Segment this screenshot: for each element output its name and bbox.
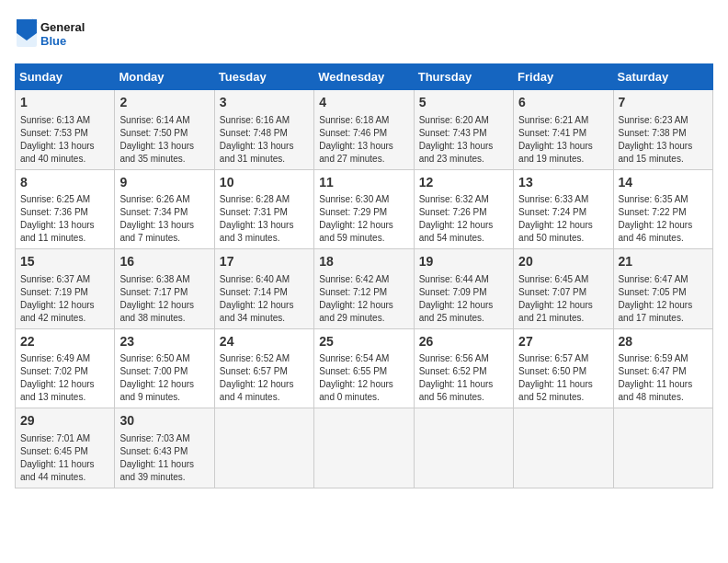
day-number: 27 xyxy=(518,333,608,351)
day-number: 10 xyxy=(220,174,309,192)
calendar-day-cell: 2Sunrise: 6:14 AM Sunset: 7:50 PM Daylig… xyxy=(115,90,214,170)
day-info: Sunrise: 6:20 AM Sunset: 7:43 PM Dayligh… xyxy=(419,114,508,166)
day-info: Sunrise: 6:52 AM Sunset: 6:57 PM Dayligh… xyxy=(220,352,309,404)
day-number: 3 xyxy=(220,94,309,112)
weekday-header-thursday: Thursday xyxy=(414,64,513,90)
calendar-day-cell: 6Sunrise: 6:21 AM Sunset: 7:41 PM Daylig… xyxy=(514,90,613,170)
calendar-day-cell xyxy=(214,408,313,488)
logo-svg: General Blue xyxy=(15,15,97,56)
day-info: Sunrise: 6:44 AM Sunset: 7:09 PM Dayligh… xyxy=(419,273,508,325)
day-number: 19 xyxy=(419,253,508,271)
day-number: 8 xyxy=(20,174,109,192)
calendar-day-cell: 1Sunrise: 6:13 AM Sunset: 7:53 PM Daylig… xyxy=(16,90,115,170)
calendar-day-cell: 10Sunrise: 6:28 AM Sunset: 7:31 PM Dayli… xyxy=(214,169,313,249)
day-info: Sunrise: 6:35 AM Sunset: 7:22 PM Dayligh… xyxy=(619,193,708,245)
calendar-day-cell: 18Sunrise: 6:42 AM Sunset: 7:12 PM Dayli… xyxy=(314,249,414,329)
weekday-header-monday: Monday xyxy=(115,64,214,90)
day-number: 14 xyxy=(619,174,708,192)
day-number: 25 xyxy=(319,333,408,351)
calendar-week-row: 22Sunrise: 6:49 AM Sunset: 7:02 PM Dayli… xyxy=(16,328,713,408)
weekday-header-tuesday: Tuesday xyxy=(214,64,313,90)
calendar-day-cell: 27Sunrise: 6:57 AM Sunset: 6:50 PM Dayli… xyxy=(514,328,613,408)
calendar-day-cell: 22Sunrise: 6:49 AM Sunset: 7:02 PM Dayli… xyxy=(16,328,115,408)
calendar-day-cell: 14Sunrise: 6:35 AM Sunset: 7:22 PM Dayli… xyxy=(613,169,712,249)
day-info: Sunrise: 6:16 AM Sunset: 7:48 PM Dayligh… xyxy=(220,114,309,166)
page-header: General Blue xyxy=(15,15,713,56)
calendar-day-cell: 30Sunrise: 7:03 AM Sunset: 6:43 PM Dayli… xyxy=(115,408,214,488)
day-number: 18 xyxy=(319,253,408,271)
day-number: 17 xyxy=(220,253,309,271)
day-number: 20 xyxy=(518,253,608,271)
calendar-day-cell: 23Sunrise: 6:50 AM Sunset: 7:00 PM Dayli… xyxy=(115,328,214,408)
calendar-day-cell xyxy=(514,408,613,488)
day-info: Sunrise: 7:03 AM Sunset: 6:43 PM Dayligh… xyxy=(119,432,209,484)
calendar-day-cell xyxy=(613,408,712,488)
day-number: 15 xyxy=(20,253,109,271)
calendar-day-cell: 9Sunrise: 6:26 AM Sunset: 7:34 PM Daylig… xyxy=(115,169,214,249)
weekday-header-friday: Friday xyxy=(514,64,613,90)
day-number: 7 xyxy=(619,94,708,112)
day-info: Sunrise: 6:40 AM Sunset: 7:14 PM Dayligh… xyxy=(220,273,309,325)
day-info: Sunrise: 6:28 AM Sunset: 7:31 PM Dayligh… xyxy=(220,193,309,245)
calendar-day-cell xyxy=(314,408,414,488)
weekday-header-sunday: Sunday xyxy=(16,64,115,90)
calendar-day-cell: 25Sunrise: 6:54 AM Sunset: 6:55 PM Dayli… xyxy=(314,328,414,408)
calendar-week-row: 15Sunrise: 6:37 AM Sunset: 7:19 PM Dayli… xyxy=(16,249,713,329)
calendar-day-cell: 5Sunrise: 6:20 AM Sunset: 7:43 PM Daylig… xyxy=(414,90,513,170)
day-number: 30 xyxy=(119,412,209,431)
calendar-day-cell: 20Sunrise: 6:45 AM Sunset: 7:07 PM Dayli… xyxy=(514,249,613,329)
day-info: Sunrise: 6:45 AM Sunset: 7:07 PM Dayligh… xyxy=(518,273,608,325)
day-info: Sunrise: 6:13 AM Sunset: 7:53 PM Dayligh… xyxy=(20,114,109,166)
day-info: Sunrise: 6:47 AM Sunset: 7:05 PM Dayligh… xyxy=(619,273,708,325)
calendar-day-cell: 16Sunrise: 6:38 AM Sunset: 7:17 PM Dayli… xyxy=(115,249,214,329)
calendar-day-cell: 8Sunrise: 6:25 AM Sunset: 7:36 PM Daylig… xyxy=(16,169,115,249)
day-info: Sunrise: 6:57 AM Sunset: 6:50 PM Dayligh… xyxy=(518,352,608,404)
day-number: 21 xyxy=(619,253,708,271)
svg-text:General: General xyxy=(40,20,85,34)
day-number: 4 xyxy=(319,94,408,112)
calendar-day-cell xyxy=(414,408,513,488)
calendar-day-cell: 19Sunrise: 6:44 AM Sunset: 7:09 PM Dayli… xyxy=(414,249,513,329)
day-info: Sunrise: 6:18 AM Sunset: 7:46 PM Dayligh… xyxy=(319,114,408,166)
day-info: Sunrise: 6:30 AM Sunset: 7:29 PM Dayligh… xyxy=(319,193,408,245)
weekday-header-row: SundayMondayTuesdayWednesdayThursdayFrid… xyxy=(16,64,713,90)
day-number: 12 xyxy=(419,174,508,192)
calendar-day-cell: 21Sunrise: 6:47 AM Sunset: 7:05 PM Dayli… xyxy=(613,249,712,329)
day-info: Sunrise: 6:59 AM Sunset: 6:47 PM Dayligh… xyxy=(619,352,708,404)
day-number: 16 xyxy=(119,253,209,271)
calendar-week-row: 29Sunrise: 7:01 AM Sunset: 6:45 PM Dayli… xyxy=(16,408,713,488)
day-number: 2 xyxy=(119,94,209,112)
day-info: Sunrise: 6:21 AM Sunset: 7:41 PM Dayligh… xyxy=(518,114,608,166)
calendar-day-cell: 13Sunrise: 6:33 AM Sunset: 7:24 PM Dayli… xyxy=(514,169,613,249)
day-number: 29 xyxy=(20,412,109,431)
calendar-day-cell: 3Sunrise: 6:16 AM Sunset: 7:48 PM Daylig… xyxy=(214,90,313,170)
day-info: Sunrise: 6:32 AM Sunset: 7:26 PM Dayligh… xyxy=(419,193,508,245)
calendar-day-cell: 4Sunrise: 6:18 AM Sunset: 7:46 PM Daylig… xyxy=(314,90,414,170)
svg-text:Blue: Blue xyxy=(40,34,66,48)
day-number: 23 xyxy=(119,333,209,351)
day-info: Sunrise: 6:14 AM Sunset: 7:50 PM Dayligh… xyxy=(119,114,209,166)
day-number: 26 xyxy=(419,333,508,351)
day-number: 1 xyxy=(20,94,109,112)
day-info: Sunrise: 7:01 AM Sunset: 6:45 PM Dayligh… xyxy=(20,432,109,484)
day-info: Sunrise: 6:54 AM Sunset: 6:55 PM Dayligh… xyxy=(319,352,408,404)
calendar-table: SundayMondayTuesdayWednesdayThursdayFrid… xyxy=(15,63,713,488)
day-info: Sunrise: 6:42 AM Sunset: 7:12 PM Dayligh… xyxy=(319,273,408,325)
weekday-header-saturday: Saturday xyxy=(613,64,712,90)
calendar-day-cell: 11Sunrise: 6:30 AM Sunset: 7:29 PM Dayli… xyxy=(314,169,414,249)
day-number: 6 xyxy=(518,94,608,112)
day-info: Sunrise: 6:26 AM Sunset: 7:34 PM Dayligh… xyxy=(119,193,209,245)
day-info: Sunrise: 6:49 AM Sunset: 7:02 PM Dayligh… xyxy=(20,352,109,404)
day-info: Sunrise: 6:25 AM Sunset: 7:36 PM Dayligh… xyxy=(20,193,109,245)
calendar-week-row: 1Sunrise: 6:13 AM Sunset: 7:53 PM Daylig… xyxy=(16,90,713,170)
day-number: 13 xyxy=(518,174,608,192)
calendar-day-cell: 7Sunrise: 6:23 AM Sunset: 7:38 PM Daylig… xyxy=(613,90,712,170)
day-number: 9 xyxy=(119,174,209,192)
day-number: 5 xyxy=(419,94,508,112)
day-info: Sunrise: 6:33 AM Sunset: 7:24 PM Dayligh… xyxy=(518,193,608,245)
day-info: Sunrise: 6:37 AM Sunset: 7:19 PM Dayligh… xyxy=(20,273,109,325)
day-info: Sunrise: 6:23 AM Sunset: 7:38 PM Dayligh… xyxy=(619,114,708,166)
day-info: Sunrise: 6:38 AM Sunset: 7:17 PM Dayligh… xyxy=(119,273,209,325)
day-info: Sunrise: 6:50 AM Sunset: 7:00 PM Dayligh… xyxy=(119,352,209,404)
day-info: Sunrise: 6:56 AM Sunset: 6:52 PM Dayligh… xyxy=(419,352,508,404)
